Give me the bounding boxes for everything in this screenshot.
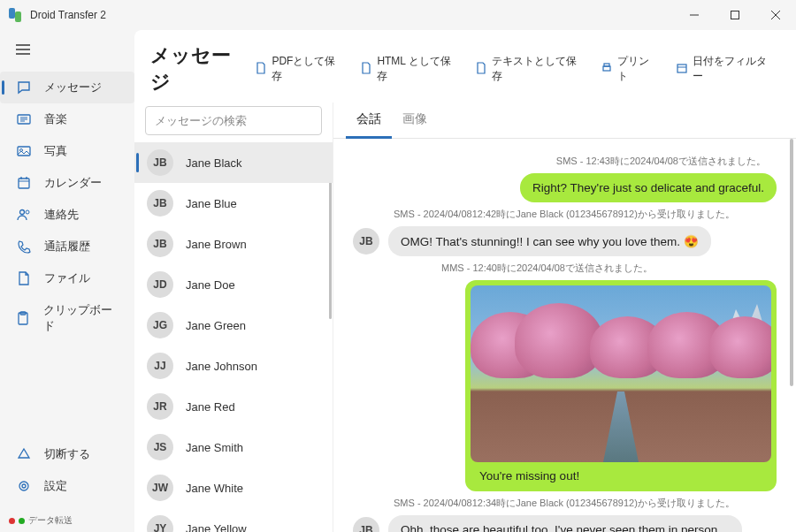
nav-label: 通話履歴	[44, 239, 90, 255]
contact-name: Jane Green	[186, 319, 246, 332]
nav-label: 音楽	[44, 111, 67, 127]
avatar: JW	[147, 475, 173, 501]
svg-point-21	[22, 484, 26, 488]
music-icon	[16, 112, 32, 126]
clipboard-icon	[16, 311, 31, 325]
svg-rect-24	[677, 65, 686, 72]
avatar: JB	[147, 190, 173, 217]
contact-item[interactable]: JWJane White	[134, 467, 333, 508]
nav-label: ファイル	[44, 270, 90, 286]
filter-date-button[interactable]: 日付をフィルター	[667, 49, 780, 89]
save-pdf-button[interactable]: PDFとして保存	[246, 49, 349, 89]
close-button[interactable]	[755, 0, 796, 30]
scrollbar-thumb[interactable]	[790, 139, 793, 386]
calendar-filter-icon	[676, 62, 688, 77]
nav-label: 連絡先	[44, 207, 79, 223]
message-list[interactable]: SMS - 12:43時に2024/04/08で送信されました。 Right? …	[333, 139, 796, 532]
contact-name: Jane Johnson	[186, 360, 257, 373]
svg-point-20	[19, 482, 28, 490]
avatar: JD	[147, 271, 173, 298]
message-bubble-out: Right? They're just so delicate and grac…	[520, 173, 777, 202]
contact-item[interactable]: JDJane Doe	[134, 264, 333, 305]
gear-icon	[16, 479, 32, 493]
mms-image[interactable]	[471, 285, 771, 462]
maximize-button[interactable]	[715, 0, 755, 30]
message-meta: SMS - 2024/04/0812:34時にJane Black (01234…	[353, 497, 777, 510]
nav-label: 切断する	[44, 446, 90, 462]
status-bar: データ転送	[0, 509, 134, 532]
message-bubble-in: Ohh, those are beautiful too. I've never…	[388, 515, 742, 532]
contacts-icon	[16, 208, 32, 222]
contact-item[interactable]: JYJane Yellow	[134, 508, 333, 532]
nav-calendar[interactable]: カレンダー	[0, 167, 134, 199]
svg-rect-0	[9, 8, 15, 19]
contact-item[interactable]: JSJane Smith	[134, 427, 333, 467]
nav-label: 写真	[44, 143, 67, 159]
disconnect-icon	[16, 447, 32, 461]
avatar: JG	[147, 312, 173, 338]
contact-item[interactable]: JBJane Brown	[134, 224, 333, 264]
nav-photos[interactable]: 写真	[0, 135, 134, 167]
print-icon	[601, 62, 613, 77]
print-button[interactable]: プリント	[592, 49, 665, 89]
contact-item[interactable]: JBJane Blue	[134, 183, 333, 224]
save-html-button[interactable]: HTML として保存	[351, 49, 464, 89]
save-text-button[interactable]: テキストとして保存	[466, 49, 590, 89]
minimize-button[interactable]	[674, 0, 715, 30]
avatar: JJ	[147, 353, 173, 379]
avatar: JB	[353, 517, 379, 532]
nav-messages[interactable]: メッセージ	[0, 72, 134, 103]
contact-item[interactable]: JJJane Johnson	[134, 346, 333, 386]
contact-name: Jane Smith	[186, 441, 243, 454]
calendar-icon	[16, 176, 32, 190]
contact-item[interactable]: JBJane Black	[134, 142, 333, 183]
avatar: JB	[147, 149, 173, 176]
avatar: JS	[147, 434, 173, 460]
nav-label: メッセージ	[44, 80, 102, 95]
tab-images[interactable]: 画像	[392, 103, 438, 138]
nav-label: クリップボード	[43, 302, 119, 334]
page-title: メッセージ	[150, 42, 246, 95]
svg-rect-12	[19, 179, 29, 188]
contact-name: Jane Yellow	[186, 522, 247, 533]
contact-name: Jane Black	[186, 156, 242, 170]
avatar: JY	[147, 515, 173, 532]
avatar: JB	[147, 231, 173, 257]
message-bubble-in: OMG! That's stunning!! I can see why you…	[388, 226, 711, 256]
window-title: Droid Transfer 2	[30, 9, 106, 21]
text-icon	[475, 62, 487, 77]
message-icon	[16, 80, 32, 95]
nav-contacts[interactable]: 連絡先	[0, 199, 134, 231]
contact-name: Jane Red	[186, 400, 235, 414]
contact-list[interactable]: JBJane BlackJBJane BlueJBJane BrownJDJan…	[134, 142, 333, 532]
contact-name: Jane Doe	[186, 278, 235, 292]
status-dot-red	[9, 518, 15, 524]
avatar: JR	[147, 393, 173, 420]
mms-bubble-out: You're missing out!	[465, 280, 777, 491]
app-icon	[7, 7, 23, 23]
nav-music[interactable]: 音楽	[0, 103, 134, 135]
nav-settings[interactable]: 設定	[0, 470, 134, 502]
message-meta: SMS - 2024/04/0812:42時にJane Black (01234…	[353, 208, 777, 221]
file-icon	[16, 271, 32, 285]
nav-calls[interactable]: 通話履歴	[0, 231, 134, 262]
phone-icon	[16, 239, 32, 254]
svg-point-16	[20, 210, 25, 215]
contact-item[interactable]: JRJane Red	[134, 386, 333, 427]
photo-icon	[16, 144, 32, 158]
nav-clipboard[interactable]: クリップボード	[0, 294, 134, 342]
contact-name: Jane Blue	[186, 197, 237, 210]
svg-rect-1	[15, 11, 21, 22]
tab-conversation[interactable]: 会話	[346, 103, 392, 139]
nav-label: 設定	[44, 478, 67, 494]
search-input[interactable]	[145, 106, 322, 135]
html-icon	[360, 62, 372, 77]
svg-rect-23	[604, 64, 609, 66]
menu-toggle[interactable]	[0, 34, 134, 68]
nav-files[interactable]: ファイル	[0, 262, 134, 294]
nav-label: カレンダー	[44, 175, 102, 191]
nav-disconnect[interactable]: 切断する	[0, 438, 134, 470]
mms-caption: You're missing out!	[471, 462, 771, 486]
contact-item[interactable]: JGJane Green	[134, 305, 333, 346]
message-meta: MMS - 12:40時に2024/04/08で送信されました。	[353, 262, 777, 275]
